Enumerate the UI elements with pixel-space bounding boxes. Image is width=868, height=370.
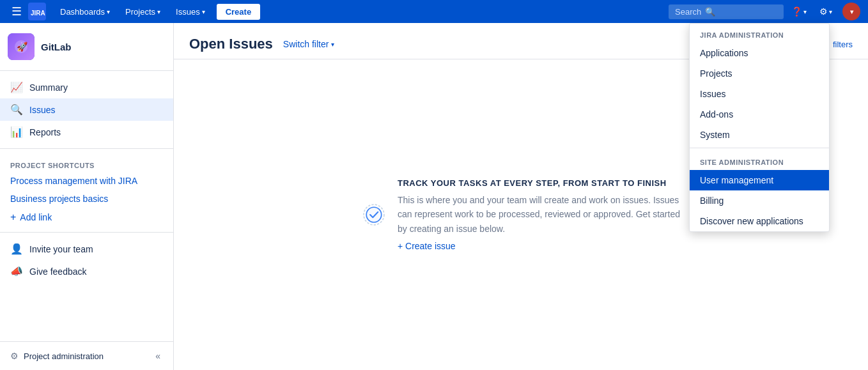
dashboards-menu[interactable]: Dashboards: [54, 3, 116, 20]
sidebar-item-give-feedback[interactable]: 📣 Give feedback: [0, 260, 173, 282]
sidebar-footer: ⚙ Project administration «: [0, 341, 173, 370]
sidebar-divider-1: [0, 148, 173, 149]
summary-icon: 📈: [10, 81, 23, 93]
sidebar-item-issues-label: Issues: [29, 105, 55, 115]
shortcuts-label: PROJECT SHORTCUTS: [0, 154, 173, 172]
sidebar-item-invite-label: Invite your team: [29, 244, 93, 254]
jira-admin-label: JIRA ADMINISTRATION: [690, 24, 829, 43]
issues-menu[interactable]: Issues: [169, 3, 212, 20]
issues-icon: 🔍: [10, 104, 23, 116]
dropdown-divider: [690, 148, 829, 148]
help-icon: ❓: [791, 6, 802, 17]
sidebar-nav: 📈 Summary 🔍 Issues 📊 Reports PROJECT SHO…: [0, 71, 173, 341]
switch-filter-chevron-icon: ▾: [331, 41, 334, 48]
create-button[interactable]: Create: [217, 4, 260, 20]
sidebar-item-reports[interactable]: 📊 Reports: [0, 121, 173, 143]
saved-filters-link[interactable]: filters: [833, 40, 853, 49]
jira-logo[interactable]: JIRA JIRA: [28, 3, 46, 20]
dropdown-item-billing[interactable]: Billing: [690, 190, 829, 211]
site-admin-label: SITE ADMINISTRATION: [690, 151, 829, 170]
reports-icon: 📊: [10, 126, 23, 138]
user-avatar[interactable]: ▾: [842, 3, 860, 20]
projects-menu[interactable]: Projects: [119, 3, 167, 20]
sidebar-item-issues[interactable]: 🔍 Issues: [0, 98, 173, 121]
dropdown-item-issues-admin[interactable]: Issues: [690, 84, 829, 104]
help-menu[interactable]: ❓ ▾: [786, 4, 812, 19]
top-navigation: ☰ JIRA JIRA Dashboards Projects Issues C…: [0, 0, 868, 23]
svg-text:JIRA: JIRA: [31, 10, 45, 17]
dropdown-item-projects-admin[interactable]: Projects: [690, 63, 829, 84]
project-header: 🚀 GitLab: [0, 23, 173, 71]
admin-gear-icon: ⚙: [10, 351, 19, 361]
settings-menu[interactable]: ⚙ ▾: [814, 4, 837, 19]
sidebar-divider-2: [0, 232, 173, 233]
create-issue-link[interactable]: + Create issue: [398, 241, 681, 251]
hamburger-menu-icon[interactable]: ☰: [8, 2, 26, 21]
sidebar-item-reports-label: Reports: [29, 127, 61, 137]
help-chevron-icon: ▾: [803, 8, 807, 15]
dropdown-item-applications[interactable]: Applications: [690, 43, 829, 63]
dropdown-item-add-ons[interactable]: Add-ons: [690, 104, 829, 125]
dropdown-item-user-management[interactable]: User management: [690, 170, 829, 190]
sidebar-item-summary[interactable]: 📈 Summary: [0, 76, 173, 98]
admin-dropdown: JIRA ADMINISTRATION Applications Project…: [689, 23, 830, 232]
settings-chevron-icon: ▾: [829, 8, 832, 15]
search-text: Search: [675, 7, 701, 17]
gear-icon: ⚙: [819, 6, 828, 17]
sidebar: 🚀 GitLab 📈 Summary 🔍 Issues 📊 Reports PR…: [0, 23, 174, 370]
sidebar-collapse-button[interactable]: «: [153, 348, 163, 364]
project-admin-link[interactable]: ⚙ Project administration: [10, 351, 104, 361]
empty-state-heading: TRACK YOUR TASKS AT EVERY STEP, FROM STA…: [398, 178, 681, 188]
page-title: Open Issues: [189, 36, 273, 52]
project-avatar: 🚀: [8, 33, 35, 60]
sidebar-item-summary-label: Summary: [29, 82, 68, 93]
switch-filter-button[interactable]: Switch filter ▾: [283, 39, 335, 49]
sidebar-item-feedback-label: Give feedback: [29, 266, 87, 277]
shortcut-biz-basics[interactable]: Business projects basics: [0, 190, 173, 208]
empty-state-illustration: [360, 183, 387, 247]
project-name: GitLab: [41, 42, 72, 52]
search-icon: 🔍: [705, 7, 715, 17]
feedback-icon: 📣: [10, 265, 23, 277]
add-link-button[interactable]: + Add link: [0, 208, 173, 227]
svg-text:🚀: 🚀: [17, 42, 28, 52]
dropdown-item-discover-apps[interactable]: Discover new applications: [690, 211, 829, 231]
invite-icon: 👤: [10, 243, 23, 255]
empty-state-text: TRACK YOUR TASKS AT EVERY STEP, FROM STA…: [398, 178, 681, 251]
sidebar-item-invite-team[interactable]: 👤 Invite your team: [0, 238, 173, 260]
search-box[interactable]: Search 🔍: [669, 4, 784, 19]
shortcut-process-mgmt[interactable]: Process management with JIRA: [0, 172, 173, 190]
empty-state-body: This is where you and your team will cre…: [398, 193, 681, 236]
avatar-chevron-icon: ▾: [850, 8, 853, 15]
empty-state: TRACK YOUR TASKS AT EVERY STEP, FROM STA…: [345, 153, 697, 277]
plus-icon: +: [10, 212, 16, 223]
dropdown-item-system[interactable]: System: [690, 125, 829, 145]
svg-point-7: [366, 207, 381, 222]
